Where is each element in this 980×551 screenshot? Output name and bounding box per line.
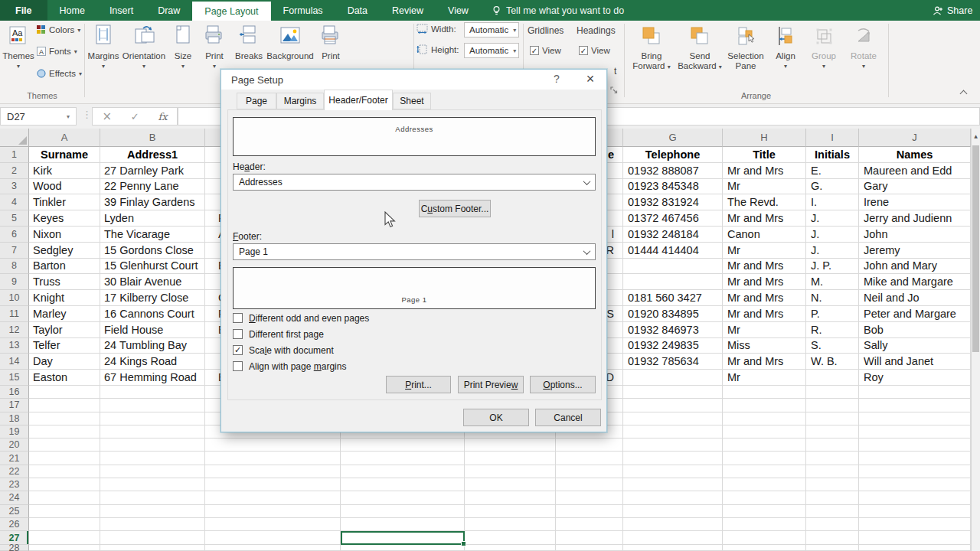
cell-G5[interactable]: 01372 467456 (623, 210, 723, 227)
cell-C21[interactable] (205, 452, 341, 465)
cell-H5[interactable]: Mr and Mrs (723, 210, 806, 227)
cell-B27[interactable] (100, 531, 205, 545)
scale-with-document-checkbox[interactable]: ✓ (233, 345, 243, 355)
dialog-close-icon[interactable]: × (580, 70, 601, 87)
cell-I21[interactable] (806, 452, 859, 465)
tell-me-box[interactable]: Tell me what you want to do (492, 0, 624, 21)
cell-I22[interactable] (806, 465, 859, 478)
row-header-15[interactable]: 15 (0, 370, 29, 386)
row-header-7[interactable]: 7 (0, 243, 29, 259)
cell-I12[interactable]: R. (806, 322, 859, 338)
cell-G9[interactable] (623, 274, 723, 290)
rotate-button[interactable]: Rotate ▾ (844, 23, 883, 70)
cell-J23[interactable] (859, 478, 971, 491)
cell-A3[interactable]: Wood (29, 179, 100, 195)
cell-A21[interactable] (29, 452, 100, 465)
cell-B9[interactable]: 30 Blair Avenue (100, 274, 205, 290)
cell-B11[interactable]: 16 Cannons Court (100, 306, 205, 322)
cell-J28[interactable] (859, 545, 971, 551)
background-button[interactable]: Background (266, 23, 314, 60)
cell-I19[interactable] (806, 425, 859, 439)
cell-G16[interactable] (623, 386, 723, 399)
cell-A17[interactable] (29, 399, 100, 412)
select-all-corner[interactable] (0, 129, 29, 147)
cell-G17[interactable] (623, 399, 723, 412)
cell-G13[interactable]: 01932 249835 (623, 338, 723, 354)
cell-H9[interactable]: Mr and Mrs (723, 274, 806, 290)
cell-E24[interactable] (465, 491, 556, 504)
cell-F22[interactable] (556, 465, 623, 478)
cell-C23[interactable] (205, 478, 341, 491)
size-button[interactable]: Size ▾ (168, 23, 198, 70)
dialog-tab-header-footer[interactable]: Header/Footer (324, 90, 393, 110)
footer-dropdown[interactable]: Page 1 (233, 243, 596, 260)
cell-J6[interactable]: John (859, 227, 971, 243)
cell-J22[interactable] (859, 465, 971, 478)
column-header-H[interactable]: H (723, 129, 806, 147)
column-header-G[interactable]: G (623, 129, 723, 147)
cell-B24[interactable] (100, 491, 205, 504)
row-header-17[interactable]: 17 (0, 399, 29, 412)
cell-F28[interactable] (556, 545, 623, 551)
cell-G4[interactable]: 01932 831924 (623, 194, 723, 210)
row-header-4[interactable]: 4 (0, 194, 29, 210)
options-button[interactable]: Options... (530, 376, 596, 393)
confirm-entry-icon[interactable]: ✓ (131, 111, 139, 122)
cell-A14[interactable]: Day (29, 354, 100, 370)
tab-insert[interactable]: Insert (97, 0, 145, 21)
cell-H7[interactable]: Mr (723, 243, 806, 259)
cell-B16[interactable] (100, 386, 205, 399)
cell-A15[interactable]: Easton (29, 370, 100, 386)
cancel-button[interactable]: Cancel (535, 409, 601, 426)
cell-I9[interactable]: M. (806, 274, 859, 290)
cell-B17[interactable] (100, 399, 205, 412)
cell-I28[interactable] (806, 545, 859, 551)
cell-I25[interactable] (806, 505, 859, 518)
cell-I23[interactable] (806, 478, 859, 491)
cell-C26[interactable] (205, 518, 341, 531)
align-button[interactable]: Align ▾ (768, 23, 803, 70)
row-header-23[interactable]: 23 (0, 478, 29, 491)
width-combo[interactable]: Automatic ▾ (464, 22, 519, 37)
cell-A1[interactable]: Surname (29, 147, 100, 163)
cell-A25[interactable] (29, 505, 100, 518)
cell-B20[interactable] (100, 439, 205, 452)
cell-I7[interactable]: J. (806, 243, 859, 259)
scroll-up-icon[interactable]: ▲ (972, 129, 980, 142)
cell-B21[interactable] (100, 452, 205, 465)
cell-I3[interactable]: G. (806, 179, 859, 195)
cell-B12[interactable]: Field House (100, 322, 205, 338)
cell-B23[interactable] (100, 478, 205, 491)
breaks-button[interactable]: Breaks (231, 23, 266, 60)
dialog-help-icon[interactable]: ? (549, 73, 564, 86)
row-header-20[interactable]: 20 (0, 439, 29, 452)
cell-D24[interactable] (341, 491, 465, 504)
dialog-tab-sheet[interactable]: Sheet (393, 93, 431, 109)
row-header-28[interactable]: 28 (0, 545, 29, 551)
cell-I18[interactable] (806, 412, 859, 425)
chevron-down-icon[interactable] (579, 245, 594, 259)
cell-G28[interactable] (623, 545, 723, 551)
cell-A8[interactable]: Barton (29, 259, 100, 275)
cell-J25[interactable] (859, 505, 971, 518)
cell-J11[interactable]: Peter and Margare (859, 306, 971, 322)
row-header-9[interactable]: 9 (0, 274, 29, 290)
cell-G6[interactable]: 01932 248184 (623, 227, 723, 243)
row-header-2[interactable]: 2 (0, 163, 29, 179)
selected-cell-D27[interactable] (341, 531, 465, 545)
print-button[interactable]: Print... (386, 376, 451, 393)
cell-A24[interactable] (29, 491, 100, 504)
cell-B3[interactable]: 22 Penny Lane (100, 179, 205, 195)
tab-review[interactable]: Review (380, 0, 436, 21)
cell-I14[interactable]: W. B. (806, 354, 859, 370)
cell-I2[interactable]: E. (806, 163, 859, 179)
column-header-J[interactable]: J (859, 129, 971, 147)
gridlines-view-checkbox[interactable]: ✓ View (530, 46, 561, 55)
cell-G25[interactable] (623, 505, 723, 518)
cell-B15[interactable]: 67 Hemming Road (100, 370, 205, 386)
cell-A5[interactable]: Keyes (29, 210, 100, 227)
cell-I6[interactable]: J. (806, 227, 859, 243)
cell-I11[interactable]: P. (806, 306, 859, 322)
cell-G27[interactable] (623, 531, 723, 545)
print-preview-button[interactable]: Print Preview (458, 376, 524, 393)
